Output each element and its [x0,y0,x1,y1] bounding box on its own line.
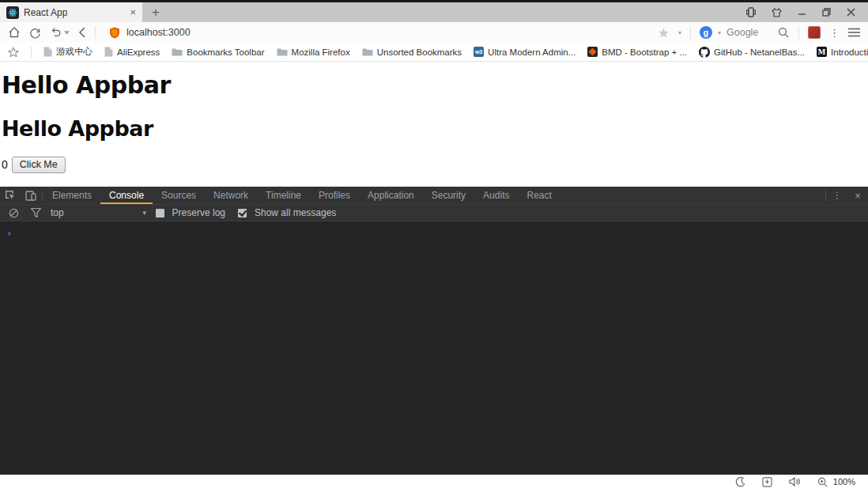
bookmark-label: AliExpress [117,47,160,57]
bmd-icon [587,47,598,57]
devtools-tab-network[interactable]: Network [205,187,257,204]
devtools-tab-timeline[interactable]: Timeline [257,187,310,204]
address-bar[interactable]: localhost:3000 [104,27,649,39]
devtools-tab-bar: Elements Console Sources Network Timelin… [0,187,868,204]
devtools-more-dots-icon[interactable]: ⋮ [827,187,847,204]
folder-icon [172,47,183,56]
inspect-element-icon[interactable] [0,187,21,204]
zoom-in-icon[interactable] [817,477,828,487]
browser-window: React App × + localhost:3000 ▾ g [0,0,868,488]
bookmark-item[interactable]: GitHub - NetanelBas... [699,47,805,58]
bookmark-label: Mozilla Firefox [292,47,350,57]
console-prompt-chevron-icon: › [6,228,12,239]
folder-icon [277,47,288,56]
bookmarks-bar: 游戏中心 AliExpress Bookmarks Toolbar Mozill… [0,43,868,62]
bookmark-label: Introduction To Fire... [831,47,868,57]
skin-shirt-icon[interactable] [772,8,782,17]
page-actions-dots-icon[interactable]: ⋮ [829,27,840,39]
device-toolbar-icon[interactable] [21,187,41,204]
devtools-tab-console[interactable]: Console [100,187,153,204]
devtools-tab-sources[interactable]: Sources [153,187,205,204]
bookmark-label: 游戏中心 [56,46,92,58]
menu-hamburger-icon[interactable] [848,28,860,37]
toolbar-separator [798,26,799,39]
execution-context-selector[interactable]: top [51,207,64,218]
show-all-messages-checkbox[interactable] [238,209,247,218]
close-window-icon[interactable] [847,8,855,17]
bookmark-folder[interactable]: Mozilla Firefox [277,47,350,57]
tab-title: React App [24,7,67,18]
page-content: Hello Appbar Hello Appbar 0 Click Me [0,62,868,187]
devtools-panel: Elements Console Sources Network Timelin… [0,187,868,475]
window-controls [746,2,868,22]
bookmark-item[interactable]: 游戏中心 [43,46,92,58]
reload-icon[interactable] [29,27,41,39]
bookmark-menu-caret-icon[interactable]: ▾ [678,29,681,36]
night-mode-moon-icon[interactable] [735,477,745,487]
filter-funnel-icon[interactable] [28,208,43,218]
devtools-tab-audits[interactable]: Audits [474,187,518,204]
tab-close-icon[interactable]: × [130,7,136,17]
extension-icon[interactable] [808,26,821,39]
toolbar-separator [95,26,96,39]
search-icon[interactable] [778,27,790,39]
site-shield-icon[interactable] [109,27,120,39]
speaker-volume-icon[interactable] [789,477,801,486]
navigation-toolbar: localhost:3000 ▾ g ▾ Google ⋮ [0,22,868,43]
search-input[interactable]: Google [726,27,772,38]
console-toolbar: top ▼ Preserve log Show all messages [0,204,868,221]
bookmarks-star-icon[interactable] [8,47,19,58]
console-prompt-row[interactable]: › [0,221,868,240]
url-text[interactable]: localhost:3000 [126,27,191,38]
browser-tab-react-app[interactable]: React App × [0,2,142,22]
google-search-engine-icon[interactable]: g [700,26,712,39]
minimize-icon[interactable] [798,8,806,17]
counter-row: 0 Click Me [2,157,868,173]
click-me-button[interactable]: Click Me [12,157,66,173]
devtools-separator [825,190,826,201]
page-heading-2: Hello Appbar [2,118,868,140]
console-output-area[interactable]: › [0,221,868,475]
bookmark-item[interactable]: AliExpress [104,47,160,57]
tab-strip: React App × + [0,0,868,22]
bookmark-folder[interactable]: Unsorted Bookmarks [362,47,462,57]
devtools-tab-security[interactable]: Security [423,187,474,204]
preserve-log-checkbox[interactable] [156,209,164,218]
home-icon[interactable] [8,26,21,39]
zoom-control[interactable]: 100% [817,477,855,487]
bookmark-item[interactable]: BMD - Bootstrap + ... [587,47,687,57]
search-box[interactable]: g ▾ Google [700,26,790,39]
back-icon[interactable] [78,27,86,38]
bookmark-item[interactable]: w3 Ultra Modern Admin... [474,47,576,57]
medium-icon: M [817,47,827,57]
page-heading-1: Hello Appbar [2,73,868,98]
folder-icon [362,47,373,56]
restore-icon[interactable] [822,8,831,17]
bookmarks-separator [31,47,32,58]
bookmark-item[interactable]: M Introduction To Fire... [817,47,868,57]
devtools-tab-react[interactable]: React [518,187,560,204]
show-all-messages-label[interactable]: Show all messages [255,207,336,218]
side-by-side-icon[interactable] [746,7,756,17]
bookmark-label: GitHub - NetanelBas... [714,47,805,57]
new-tab-button[interactable]: + [142,2,169,22]
devtools-tab-elements[interactable]: Elements [43,187,100,204]
devtools-separator [42,190,43,201]
devtools-tab-application[interactable]: Application [359,187,423,204]
preserve-log-label[interactable]: Preserve log [172,207,225,218]
devtools-tab-profiles[interactable]: Profiles [310,187,359,204]
toolbar-separator [690,26,691,39]
devtools-close-icon[interactable]: × [847,187,868,204]
w3-icon: w3 [474,47,484,57]
bookmark-star-icon[interactable] [658,27,670,39]
status-bar: 100% [0,475,868,488]
bookmark-label: BMD - Bootstrap + ... [602,47,687,57]
download-icon[interactable] [762,477,772,487]
search-engine-caret-icon[interactable]: ▾ [718,29,721,36]
counter-value: 0 [2,158,8,171]
bookmark-label: Bookmarks Toolbar [187,47,264,57]
undo-history-icon[interactable] [50,27,70,38]
clear-console-icon[interactable] [6,208,21,218]
bookmark-folder[interactable]: Bookmarks Toolbar [172,47,264,57]
context-caret-icon[interactable]: ▼ [142,210,148,217]
